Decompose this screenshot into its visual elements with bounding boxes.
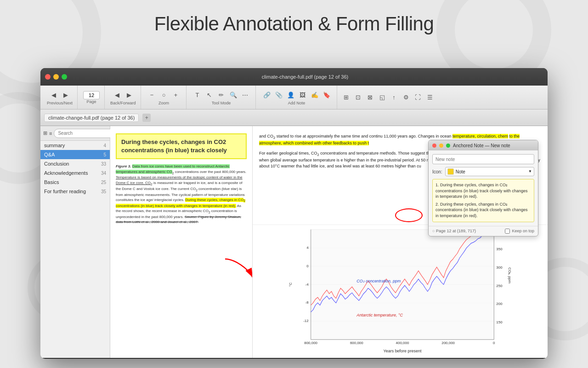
svg-text:4: 4 (306, 246, 309, 250)
svg-text:Antarctic temperature, °C: Antarctic temperature, °C (356, 313, 403, 317)
note-text-2: 2. During these cycles, changes in CO₂ c… (435, 201, 531, 219)
svg-text:200,000: 200,000 (441, 341, 455, 345)
note-content[interactable]: 1. During these cycles, changes in CO₂ c… (432, 179, 534, 222)
keep-on-top-checkbox[interactable] (505, 229, 510, 234)
share-button[interactable]: ↑ (389, 92, 400, 103)
page-input[interactable] (83, 91, 100, 99)
settings-button[interactable]: ⚙ (401, 92, 412, 103)
person-button[interactable]: 👤 (285, 90, 296, 101)
note-icon-select[interactable]: Note ▼ (445, 167, 534, 176)
sidebar-item-further-reading[interactable]: For further reading 35 (40, 187, 110, 196)
back-button[interactable]: ◀ (112, 90, 123, 101)
note-page-info-text: Page 12 at (189, 717) (436, 229, 476, 233)
zoom-reset-button[interactable]: ○ (158, 90, 170, 101)
sidebar-item-page: 34 (101, 171, 106, 176)
zoom-out-button[interactable]: − (147, 90, 158, 101)
view1-button[interactable]: ⊞ (341, 92, 352, 103)
new-tab-button[interactable]: + (142, 114, 151, 122)
sidebar-item-label: For further reading (44, 189, 86, 194)
note-max-btn[interactable] (446, 144, 450, 148)
note-footer: ○ Page 12 at (189, 717) Keep on top (429, 226, 538, 236)
toolbar-area: climate-change-full.pdf (page 12 of 36) (67, 74, 543, 80)
red-arrow-annotation (220, 254, 253, 282)
sidebar: ⊞ ≡ summary 4 Q&A 5 Conclusion 33 Acknow… (40, 126, 110, 358)
search-tool-button[interactable]: 🔍 (228, 90, 239, 101)
addnote-section: 🔗 📎 👤 🖼 ✍ 🔖 Add Note (260, 90, 334, 105)
callout-box: During these cycles, changes in CO2 conc… (116, 133, 247, 159)
view4-button[interactable]: ◱ (377, 92, 388, 103)
fullscreen-button[interactable]: ⛶ (413, 92, 424, 103)
svg-text:0: 0 (493, 341, 495, 345)
sidebar-item-conclusion[interactable]: Conclusion 33 (40, 159, 110, 168)
prev-next-label: Previous/Next (47, 101, 73, 105)
view2-button[interactable]: ⊡ (353, 92, 364, 103)
prev-button[interactable]: ◀ (48, 90, 59, 101)
menu-button[interactable]: ☰ (424, 92, 435, 103)
note-page-info: ○ Page 12 at (189, 717) (432, 228, 476, 235)
sidebar-item-summary[interactable]: summary 4 (40, 141, 110, 150)
svg-text:400,000: 400,000 (396, 341, 409, 345)
more-tools-button[interactable]: ⋯ (240, 90, 251, 101)
maximize-button[interactable] (62, 74, 67, 80)
page-section: Page (81, 91, 102, 104)
sidebar-list-btn[interactable]: ≡ (49, 128, 52, 139)
signature-button[interactable]: ✍ (309, 90, 320, 101)
text-tool-button[interactable]: T (192, 90, 203, 101)
sidebar-toolbar: ⊞ ≡ (40, 126, 110, 141)
chart-svg: 4 0 -4 -8 -12 400 350 300 250 200 150 80 (253, 225, 548, 358)
sidebar-item-acknowledgements[interactable]: Acknowledgements 34 (40, 168, 110, 178)
keep-on-top-option: Keep on top (505, 228, 534, 235)
backfwd-section: ◀ ▶ Back/Forward (108, 90, 138, 105)
note-icon-label: Icon: (432, 168, 442, 175)
pdf-page-right: and CO2 started to rise at approximately… (253, 126, 548, 358)
figure-text-highlighted-2: During these cycles, changes in CO (185, 198, 243, 202)
note-title: Anchored Note — New note (453, 142, 510, 149)
minimize-button[interactable] (53, 74, 59, 80)
addnote-label: Add Note (288, 101, 305, 105)
link-button[interactable]: 🔗 (261, 90, 272, 101)
sidebar-item-basics[interactable]: Basics 25 (40, 178, 110, 187)
zoom-in-button[interactable]: + (170, 90, 181, 101)
backfwd-label: Back/Forward (110, 101, 136, 105)
svg-text:°C: °C (288, 282, 293, 287)
toolmode-section: T ↖ ✏ 🔍 ⋯ Tool Mode (190, 90, 253, 105)
svg-text:150: 150 (496, 320, 503, 324)
svg-text:200: 200 (496, 302, 503, 306)
next-button[interactable]: ▶ (60, 90, 71, 101)
oval-annotation (395, 208, 423, 222)
sidebar-item-page: 35 (101, 189, 106, 194)
anchored-note-popup: Anchored Note — New note Icon: Note ▼ (428, 140, 538, 236)
note-body: Icon: Note ▼ 1. During these cycles, cha… (429, 150, 538, 226)
close-button[interactable] (45, 74, 51, 80)
svg-text:0: 0 (306, 264, 309, 268)
chart-area: 4 0 -4 -8 -12 400 350 300 250 200 150 80 (253, 224, 548, 358)
note-close-btn[interactable] (432, 144, 436, 148)
view-group: ⊞ ⊡ ⊠ ◱ ↑ ⚙ ⛶ ☰ (338, 86, 438, 109)
stamp-button[interactable]: 🖼 (297, 90, 308, 101)
forward-button[interactable]: ▶ (124, 90, 135, 101)
note-name-input[interactable] (432, 154, 534, 164)
note-icon-value: Note (456, 168, 465, 175)
svg-text:Years before present: Years before present (384, 349, 422, 353)
sidebar-grid-btn[interactable]: ⊞ (43, 128, 47, 139)
backfwd-group: ◀ ▶ Back/Forward (106, 86, 141, 109)
tab-bar: climate-change-full.pdf (page 12 of 36) … (40, 109, 548, 126)
select-tool-button[interactable]: ↖ (204, 90, 215, 101)
sidebar-item-label: Conclusion (44, 161, 69, 167)
svg-text:250: 250 (496, 284, 503, 288)
bookmark-button[interactable]: 🔖 (321, 90, 332, 101)
note-min-btn[interactable] (439, 144, 443, 148)
svg-text:600,000: 600,000 (350, 341, 363, 345)
traffic-lights (45, 74, 67, 80)
view3-button[interactable]: ⊠ (365, 92, 376, 103)
note-button[interactable]: 📎 (273, 90, 284, 101)
document-tab[interactable]: climate-change-full.pdf (page 12 of 36) (44, 114, 139, 122)
keep-on-top-label: Keep on top (512, 228, 534, 235)
draw-tool-button[interactable]: ✏ (216, 90, 227, 101)
prev-next-section: ◀ ▶ Previous/Next (45, 90, 74, 105)
pdf-page-left: During these cycles, changes in CO2 conc… (110, 126, 253, 358)
sidebar-item-qa[interactable]: Q&A 5 (40, 150, 110, 159)
note-text-1: 1. During these cycles, changes in CO₂ c… (435, 182, 531, 200)
svg-text:CO₂ concentration, ppm: CO₂ concentration, ppm (356, 279, 401, 283)
note-icon-color (447, 168, 454, 175)
